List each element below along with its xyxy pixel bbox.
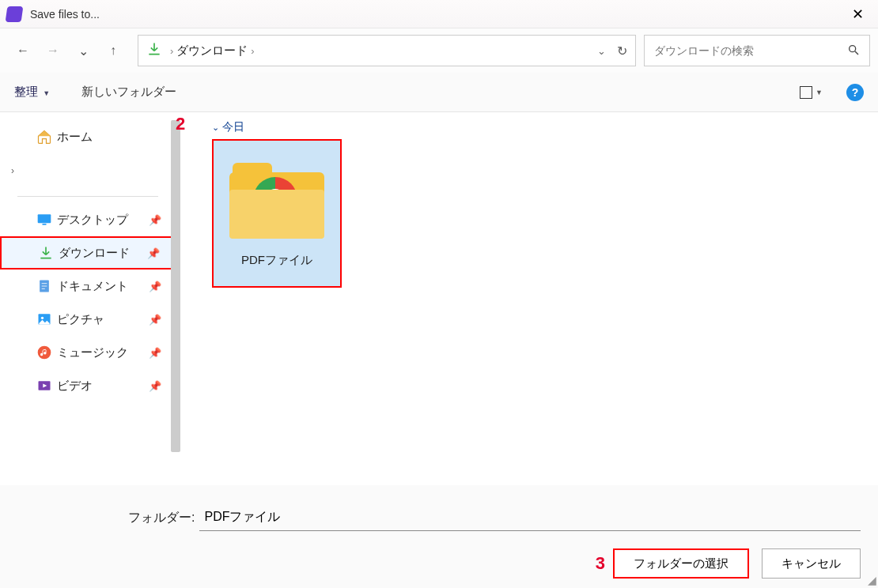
sidebar-item-label: ホーム [57,130,93,145]
svg-line-1 [855,51,858,55]
desktop-icon [36,212,52,228]
sidebar-item-pictures[interactable]: ピクチャ 📌 [0,303,176,336]
titlebar: Save files to... ✕ [0,0,878,28]
sidebar-item-label: デスクトップ [57,213,128,228]
annotation-2: 2 [176,114,185,134]
folder-name: PDFファイル [241,253,312,268]
organize-menu[interactable]: 整理 ▼ [14,85,50,100]
resize-grip[interactable]: ◢ [868,574,876,586]
back-button[interactable]: ← [8,36,38,66]
pin-icon[interactable]: 📌 [149,214,161,226]
address-bar[interactable]: › ダウンロード › ⌄ ↻ [138,35,636,66]
select-folder-button[interactable]: フォルダーの選択 [613,548,749,579]
sidebar-item-label: ダウンロード [59,246,130,261]
annotation-3: 3 [596,553,605,574]
group-label: 今日 [222,120,244,134]
sidebar-item-desktop[interactable]: デスクトップ 📌 [0,203,176,236]
nav-bar: ← → ⌄ ↑ › ダウンロード › ⌄ ↻ [0,28,878,73]
svg-point-0 [850,45,856,51]
search-input[interactable] [654,44,847,57]
search-box[interactable] [644,35,870,66]
documents-icon [36,278,52,294]
app-icon [6,6,24,22]
footer: フォルダー: 3 フォルダーの選択 キャンセル ◢ [0,485,878,588]
breadcrumb-separator: › [170,45,173,57]
close-button[interactable]: ✕ [844,2,872,26]
sidebar-item-downloads[interactable]: ダウンロード 📌 [0,236,176,270]
videos-icon [36,378,52,394]
pin-icon[interactable]: 📌 [149,380,161,392]
up-button[interactable]: ↑ [98,36,128,66]
music-icon [36,345,52,360]
toolbar: 整理 ▼ 新しいフォルダー ▼ ? [0,73,878,112]
breadcrumb-separator: › [251,45,254,57]
sidebar: ホーム › 1 デスクトップ 📌 ダウンロード 📌 ドキュメント [0,112,176,485]
svg-point-9 [41,317,44,319]
pin-icon[interactable]: 📌 [149,314,161,326]
home-icon [36,129,52,145]
body: ホーム › 1 デスクトップ 📌 ダウンロード 📌 ドキュメント [0,112,878,485]
chevron-down-icon: ⌄ [212,122,219,133]
folder-name-input[interactable] [199,504,861,531]
view-mode-button[interactable] [800,86,812,99]
view-mode-dropdown[interactable]: ▼ [816,89,823,96]
help-button[interactable]: ? [846,84,864,101]
cancel-button[interactable]: キャンセル [762,548,861,579]
forward-button[interactable]: → [38,36,68,66]
refresh-button[interactable]: ↻ [617,43,627,58]
group-header-today[interactable]: ⌄ 今日 [212,120,878,134]
sidebar-separator [17,196,158,197]
folder-tile-pdf[interactable]: PDFファイル [212,139,342,288]
content-pane: 2 ⌄ 今日 PDFファイル [176,112,878,485]
new-folder-button[interactable]: 新しいフォルダー [81,85,176,100]
downloads-icon [146,41,162,61]
pin-icon[interactable]: 📌 [147,247,160,259]
breadcrumb-downloads[interactable]: ダウンロード [176,43,248,58]
sidebar-item-videos[interactable]: ビデオ 📌 [0,369,176,402]
sidebar-item-documents[interactable]: ドキュメント 📌 [0,270,176,303]
downloads-icon [38,245,54,261]
pin-icon[interactable]: 📌 [149,347,161,359]
chevron-right-icon: › [11,165,14,176]
sidebar-item-label: ビデオ [57,379,93,394]
sidebar-item-music[interactable]: ミュージック 📌 [0,336,176,369]
window-title: Save files to... [30,8,844,21]
folder-icon [229,160,324,239]
pictures-icon [36,311,52,327]
address-dropdown[interactable]: ⌄ [597,45,606,57]
sidebar-item-blurred[interactable]: › [0,153,176,188]
svg-rect-3 [43,224,47,225]
sidebar-item-home[interactable]: ホーム [0,120,176,153]
sidebar-item-label: ピクチャ [57,312,104,327]
search-icon[interactable] [847,43,860,58]
recent-dropdown[interactable]: ⌄ [68,36,98,66]
pin-icon[interactable]: 📌 [149,281,161,292]
chevron-down-icon: ▼ [43,89,50,97]
svg-rect-2 [38,214,51,223]
folder-field-label: フォルダー: [128,510,195,526]
sidebar-item-label: ドキュメント [57,279,128,294]
sidebar-item-label: ミュージック [57,345,128,360]
